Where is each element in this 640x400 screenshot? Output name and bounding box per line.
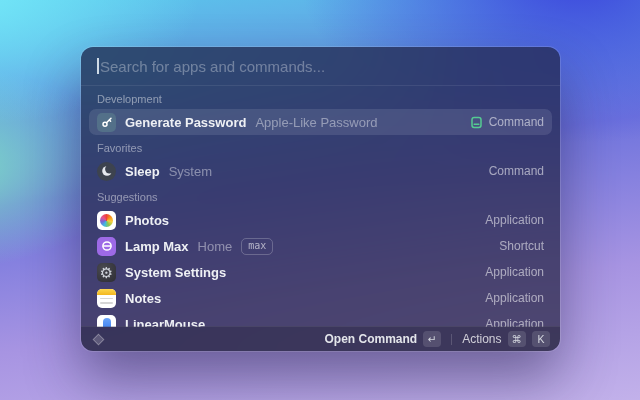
results-list: Development Generate Password Apple-Like… [81,86,560,327]
search-bar [81,47,560,86]
section-label-suggestions: Suggestions [97,191,544,204]
list-item-sleep[interactable]: Sleep System Command [89,158,552,184]
raycast-logo-icon [91,332,106,347]
item-type: Command [489,164,544,178]
item-title: Notes [125,291,161,306]
cmd-key-badge: ⌘ [508,331,527,347]
list-item-system-settings[interactable]: ⚙ System Settings Application [89,259,552,285]
text-caret [97,58,99,74]
footer-divider [451,334,452,345]
item-type: Application [485,265,544,279]
k-key-badge: K [532,331,550,347]
gear-icon: ⚙ [97,263,116,282]
list-item-notes[interactable]: Notes Application [89,285,552,311]
item-subtitle: System [169,164,212,179]
list-item-lamp-max[interactable]: Lamp Max Home max Shortcut [89,233,552,259]
terminal-window-icon [470,116,483,129]
launcher-window: Development Generate Password Apple-Like… [81,47,560,351]
status-bar: Open Command ↵ Actions ⌘ K [81,326,560,351]
item-subtitle: Apple-Like Password [255,115,377,130]
item-type: Shortcut [499,239,544,253]
list-item-linearmouse[interactable]: LinearMouse Application [89,311,552,327]
item-title: Photos [125,213,169,228]
item-title: Sleep [125,164,160,179]
moon-icon [97,162,116,181]
item-title: Generate Password [125,115,246,130]
item-title: Lamp Max [125,239,189,254]
actions-button[interactable]: Actions [462,332,501,346]
item-subtitle: Home [198,239,233,254]
section-label-development: Development [97,93,544,106]
list-item-photos[interactable]: Photos Application [89,207,552,233]
photos-flower-icon [97,211,116,230]
search-input[interactable] [81,58,560,75]
item-type: Application [485,213,544,227]
lamp-icon [97,237,116,256]
item-tag: max [241,238,273,255]
item-type: Application [485,291,544,305]
gear-glyph: ⚙ [100,264,113,279]
notes-icon [97,289,116,308]
open-command-button[interactable]: Open Command [324,332,417,346]
section-label-favorites: Favorites [97,142,544,155]
return-key-badge: ↵ [423,331,441,347]
item-type: Command [489,115,544,129]
item-title: System Settings [125,265,226,280]
key-icon [97,113,116,132]
list-item-generate-password[interactable]: Generate Password Apple-Like Password Co… [89,109,552,135]
